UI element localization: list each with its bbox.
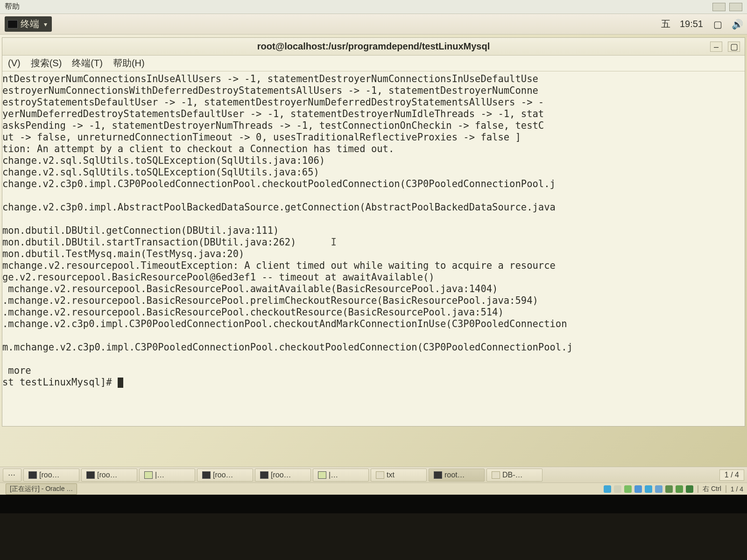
terminal-launcher-label: 终端 [21, 18, 39, 30]
terminal-line: mon.dbutil.DBUtil.startTransaction(DBUti… [2, 237, 745, 248]
workspace-switcher[interactable]: 1 / 4 [719, 469, 744, 481]
taskbar-item[interactable]: [roo… [81, 469, 137, 482]
terminal-window: root@localhost:/usr/programdepend/testLi… [2, 37, 745, 427]
taskbar-item-label: txt [387, 471, 395, 479]
taskbar-item[interactable]: |… [313, 469, 369, 482]
clock-time: 19:51 [680, 19, 703, 29]
terminal-line: asksPending -> -1, statementDestroyerNum… [2, 120, 745, 132]
terminal-line: change.v2.sql.SqlUtils.toSQLException(Sq… [2, 167, 745, 178]
terminal-line: mon.dbutil.DBUtil.getConnection(DBUtil.j… [2, 225, 745, 237]
terminal-line: estroyerNumConnectionsWithDeferredDestro… [2, 85, 745, 97]
terminal-line: change.v2.sql.SqlUtils.toSQLException(Sq… [2, 155, 745, 167]
taskbar-item-label: root… [444, 471, 465, 479]
terminal-launcher[interactable]: 终端 ▾ [5, 16, 52, 32]
terminal-cursor [118, 378, 123, 388]
tray-icon[interactable] [634, 485, 642, 493]
terminal-line: ut -> false, unreturnedConnectionTimeout… [2, 132, 745, 143]
tray-icon[interactable] [624, 485, 632, 493]
terminal-line: st testLinuxMysql]# [2, 377, 745, 388]
taskbar-show-desktop[interactable]: ⋯ [3, 469, 21, 482]
taskbar-item-label: [roo… [213, 471, 233, 479]
terminal-line: ge.v2.resourcepool.BasicResourcePool@6ed… [2, 272, 745, 283]
taskbar-item[interactable]: [roo… [255, 469, 311, 482]
terminal-icon [434, 471, 442, 479]
volume-icon[interactable]: 🔊 [732, 19, 742, 29]
host-task-virtualbox[interactable]: [正在运行] - Oracle … [6, 483, 77, 495]
clock-day: 五 [661, 18, 670, 30]
terminal-title: root@localhost:/usr/programdepend/testLi… [257, 41, 490, 52]
taskbar-item-label: DB-… [502, 471, 523, 479]
tray-icon[interactable] [614, 485, 621, 493]
terminal-line [2, 213, 745, 225]
vm-screen: 帮助 终端 ▾ 五 19:51 ▢ 🔊 root@localhost:/usr/… [0, 0, 747, 513]
terminal-line: more [2, 365, 745, 377]
terminal-line: change.v2.c3p0.impl.AbstractPoolBackedDa… [2, 202, 745, 213]
taskbar-item-label: [roo… [97, 471, 118, 479]
terminal-line: mon.dbutil.TestMysq.main(TestMysq.java:2… [2, 248, 745, 260]
app-icon [144, 471, 153, 479]
tray-icon[interactable] [655, 485, 662, 493]
editor-icon [492, 471, 500, 479]
menu-search[interactable]: 搜索(S) [31, 57, 62, 70]
terminal-icon [7, 20, 18, 28]
host-taskbar: [正在运行] - Oracle … 右 Ctrl 1 / 4 [0, 483, 747, 495]
tray-icon[interactable] [665, 485, 673, 493]
terminal-line: estroyStatementsDefaultUser -> -1, state… [2, 97, 745, 108]
terminal-output[interactable]: ntDestroyerNumConnectionsInUseAllUsers -… [2, 71, 745, 426]
tray-icon[interactable] [686, 485, 693, 493]
menu-help[interactable]: 帮助(H) [113, 57, 145, 70]
tray-icon[interactable] [604, 485, 611, 493]
taskbar-item-label: |… [155, 471, 164, 479]
textfile-icon [376, 471, 384, 479]
host-titlebar: 帮助 [0, 0, 747, 14]
terminal-line: ntDestroyerNumConnectionsInUseAllUsers -… [2, 73, 745, 85]
menu-view[interactable]: (V) [8, 58, 21, 69]
tray-icon[interactable] [676, 485, 683, 493]
gnome-top-panel: 终端 ▾ 五 19:51 ▢ 🔊 [0, 14, 747, 35]
maximize-button[interactable]: ▢ [728, 42, 740, 52]
host-min-button[interactable] [712, 3, 726, 11]
taskbar-item[interactable]: [roo… [197, 469, 253, 482]
host-help-menu[interactable]: 帮助 [5, 2, 20, 12]
taskbar-item[interactable]: DB-… [486, 469, 543, 482]
terminal-line: mchange.v2.resourcepool.BasicResourcePoo… [2, 283, 745, 295]
terminal-titlebar[interactable]: root@localhost:/usr/programdepend/testLi… [2, 38, 745, 56]
chevron-down-icon: ▾ [44, 21, 47, 28]
terminal-icon [260, 471, 268, 479]
terminal-line: change.v2.c3p0.impl.C3P0PooledConnection… [2, 178, 745, 190]
host-workspace: 1 / 4 [731, 485, 743, 493]
tray-icon[interactable] [645, 485, 652, 493]
terminal-icon [28, 471, 37, 479]
terminal-line: .mchange.v2.c3p0.impl.C3P0PooledConnecti… [2, 318, 745, 330]
tray-separator [726, 485, 726, 493]
host-right-ctrl: 右 Ctrl [703, 485, 721, 493]
terminal-icon [202, 471, 211, 479]
terminal-line: mchange.v2.resourcepool.TimeoutException… [2, 260, 745, 272]
terminal-line [2, 190, 745, 202]
taskbar-item-label: [roo… [271, 471, 291, 479]
terminal-line [2, 353, 745, 365]
terminal-line: .mchange.v2.resourcepool.BasicResourcePo… [2, 295, 745, 307]
taskbar-item[interactable]: root… [429, 469, 485, 482]
terminal-line: tion: An attempt by a client to checkout… [2, 143, 745, 155]
terminal-line: .mchange.v2.resourcepool.BasicResourcePo… [2, 307, 745, 318]
terminal-menubar: (V) 搜索(S) 终端(T) 帮助(H) [2, 56, 745, 71]
terminal-icon [86, 471, 95, 479]
screen-icon[interactable]: ▢ [712, 19, 723, 29]
taskbar-item[interactable]: |… [139, 469, 195, 482]
taskbar-item[interactable]: txt [371, 469, 427, 482]
menu-terminal[interactable]: 终端(T) [72, 57, 103, 70]
taskbar-item-label: |… [329, 471, 338, 479]
tray-separator [698, 485, 698, 493]
gnome-bottom-panel: ⋯ [roo… [roo… |… [roo… [roo… |… txt root… [0, 467, 747, 483]
taskbar-item-label: [roo… [39, 471, 60, 479]
text-cursor-icon: I [331, 237, 336, 248]
host-max-button[interactable] [729, 3, 742, 11]
terminal-line: m.mchange.v2.c3p0.impl.C3P0PooledConnect… [2, 342, 745, 353]
terminal-line [2, 330, 745, 342]
minimize-button[interactable]: – [710, 42, 722, 52]
app-icon [318, 471, 326, 479]
taskbar-item[interactable]: [roo… [23, 469, 79, 482]
terminal-line: yerNumDeferredDestroyStatementsDefaultUs… [2, 108, 745, 120]
